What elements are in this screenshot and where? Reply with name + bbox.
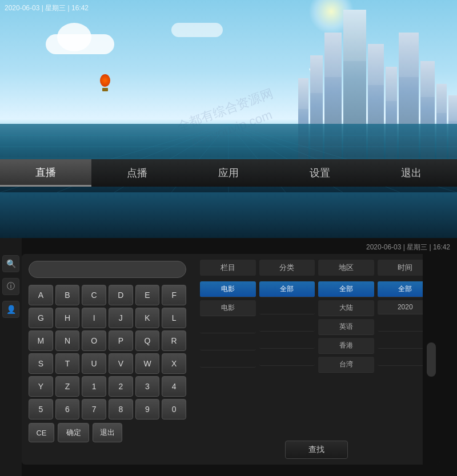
nav-item-apps[interactable]: 应用	[183, 159, 274, 187]
key-E[interactable]: E	[135, 285, 160, 305]
bottom-action-keys: CE 确定 退出	[29, 423, 186, 442]
filter-region-english[interactable]: 英语	[318, 319, 374, 335]
key-G[interactable]: G	[29, 308, 53, 328]
key-O[interactable]: O	[82, 330, 106, 351]
key-H[interactable]: H	[55, 308, 80, 328]
user-sidebar-button[interactable]: 👤	[2, 301, 19, 318]
info-sidebar-button[interactable]: ⓘ	[2, 278, 19, 295]
top-datetime: 2020-06-03 | 星期三 | 16:42	[5, 3, 89, 13]
nav-item-exit[interactable]: 退出	[366, 159, 457, 187]
filter-type-empty2: -	[259, 317, 315, 332]
scroll-handle[interactable]	[427, 342, 436, 377]
keyboard-row-2: G H I J K L	[29, 308, 186, 328]
hot-air-balloon	[100, 74, 110, 91]
filter-header-type: 分类	[259, 260, 315, 276]
key-L[interactable]: L	[162, 308, 186, 328]
key-8[interactable]: 8	[109, 399, 133, 419]
key-F[interactable]: F	[162, 285, 186, 305]
key-K[interactable]: K	[135, 308, 160, 328]
key-3[interactable]: 3	[135, 376, 160, 397]
key-C[interactable]: C	[82, 285, 106, 305]
key-4[interactable]: 4	[162, 376, 186, 397]
filter-region-mainland[interactable]: 大陆	[318, 300, 374, 316]
filter-category-empty2: -	[200, 336, 256, 350]
confirm-button[interactable]: 确定	[58, 423, 89, 442]
key-6[interactable]: 6	[55, 399, 80, 419]
main-panel: A B C D E F G H I J K L M N O P	[22, 254, 440, 465]
filter-header-category: 栏目	[200, 260, 256, 276]
keyboard-exit-button[interactable]: 退出	[93, 423, 122, 442]
filter-section: 栏目 分类 地区 时间 电影 电影 - - - 全部 -	[193, 254, 440, 465]
key-Y[interactable]: Y	[29, 376, 53, 397]
filter-col-region: 全部 大陆 英语 香港 台湾	[318, 281, 374, 435]
scroll-bar[interactable]	[423, 254, 440, 465]
key-M[interactable]: M	[29, 330, 53, 351]
nav-item-live[interactable]: 直播	[0, 159, 91, 187]
search-input[interactable]	[29, 261, 186, 278]
filter-category-empty1: -	[200, 319, 256, 333]
key-P[interactable]: P	[109, 330, 133, 351]
key-N[interactable]: N	[55, 330, 80, 351]
keyboard-row-5: Y Z 1 2 3 4	[29, 376, 186, 397]
nav-item-settings[interactable]: 设置	[274, 159, 366, 187]
key-T[interactable]: T	[55, 353, 80, 374]
key-A[interactable]: A	[29, 285, 53, 305]
nav-item-vod[interactable]: 点播	[91, 159, 183, 187]
filter-header-region: 地区	[318, 260, 374, 276]
key-S[interactable]: S	[29, 353, 53, 374]
filter-headers: 栏目 分类 地区 时间	[200, 260, 433, 276]
key-9[interactable]: 9	[135, 399, 160, 419]
filter-type-empty1: -	[259, 300, 315, 314]
key-J[interactable]: J	[109, 308, 133, 328]
top-section: 全都有综合资源网 douyouvip.com ✈	[0, 0, 457, 238]
filter-category-movie[interactable]: 电影	[200, 281, 256, 297]
key-0[interactable]: 0	[162, 399, 186, 419]
keyboard-row-3: M N O P Q R	[29, 330, 186, 351]
key-X[interactable]: X	[162, 353, 186, 374]
key-R[interactable]: R	[162, 330, 186, 351]
key-7[interactable]: 7	[82, 399, 106, 419]
key-U[interactable]: U	[82, 353, 106, 374]
filter-region-all[interactable]: 全部	[318, 281, 374, 297]
key-5[interactable]: 5	[29, 399, 53, 419]
key-1[interactable]: 1	[82, 376, 106, 397]
search-button[interactable]: 查找	[285, 441, 348, 459]
key-W[interactable]: W	[135, 353, 160, 374]
key-Q[interactable]: Q	[135, 330, 160, 351]
key-Z[interactable]: Z	[55, 376, 80, 397]
filter-type-all[interactable]: 全部	[259, 281, 315, 297]
search-sidebar-button[interactable]: 🔍	[2, 255, 19, 272]
filter-col-type: 全部 - - - -	[259, 281, 315, 435]
filter-type-empty3: -	[259, 334, 315, 349]
filter-category-empty3: -	[200, 353, 256, 368]
keyboard-row-1: A B C D E F	[29, 285, 186, 305]
key-2[interactable]: 2	[109, 376, 133, 397]
filter-region-taiwan[interactable]: 台湾	[318, 357, 374, 373]
cloud-1	[46, 34, 114, 54]
filter-type-empty4: -	[259, 352, 315, 366]
sidebar: 🔍 ⓘ 👤	[0, 238, 22, 476]
keyboard-section: A B C D E F G H I J K L M N O P	[22, 254, 193, 465]
search-btn-row: 查找	[200, 441, 433, 459]
nav-bar: 直播 点播 应用 设置 退出	[0, 159, 457, 187]
key-D[interactable]: D	[109, 285, 133, 305]
filter-category-movie2[interactable]: 电影	[200, 300, 256, 316]
filter-columns: 电影 电影 - - - 全部 - - - - 全部 大陆	[200, 281, 433, 435]
key-B[interactable]: B	[55, 285, 80, 305]
filter-col-category: 电影 电影 - - -	[200, 281, 256, 435]
key-V[interactable]: V	[109, 353, 133, 374]
keyboard-row-6: 5 6 7 8 9 0	[29, 399, 186, 419]
cloud-2	[171, 23, 223, 37]
keyboard-row-4: S T U V W X	[29, 353, 186, 374]
filter-region-hongkong[interactable]: 香港	[318, 338, 374, 354]
bottom-section: 2020-06-03 | 星期三 | 16:42 🔍 ⓘ 👤 A B C D E…	[0, 238, 457, 476]
ce-button[interactable]: CE	[29, 423, 54, 442]
bottom-datetime: 2020-06-03 | 星期三 | 16:42	[366, 243, 450, 252]
key-I[interactable]: I	[82, 308, 106, 328]
